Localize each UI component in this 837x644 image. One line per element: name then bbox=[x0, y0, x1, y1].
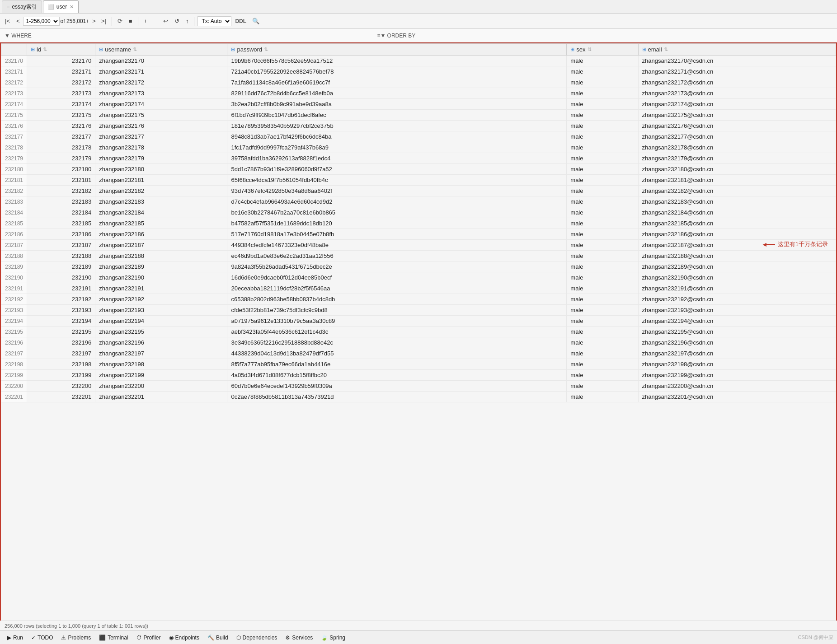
table-row[interactable]: 232174232174zhangsan2321743b2ea2b02cff8b… bbox=[1, 99, 836, 110]
table-row[interactable]: 232193232193zhangsan232193cfde53f22bb81e… bbox=[1, 305, 836, 316]
cell-sex[interactable]: male bbox=[567, 142, 638, 153]
cell-username[interactable]: zhangsan232199 bbox=[95, 370, 227, 381]
table-row[interactable]: 232173232173zhangsan232173829116dd76c72b… bbox=[1, 88, 836, 99]
undo-button[interactable]: ↩ bbox=[161, 17, 170, 25]
cell-password[interactable]: 3b2ea2b02cff8b0b9c991abe9d39aa8a bbox=[227, 99, 567, 110]
cell-sex[interactable]: male bbox=[567, 207, 638, 218]
cell-username[interactable]: zhangsan232178 bbox=[95, 142, 227, 153]
col-header-sex[interactable]: ⊞ sex ⇅ bbox=[567, 44, 638, 56]
cell-username[interactable]: zhangsan232194 bbox=[95, 316, 227, 327]
cell-username[interactable]: zhangsan232200 bbox=[95, 381, 227, 392]
cell-username[interactable]: zhangsan232184 bbox=[95, 207, 227, 218]
cell-password[interactable]: 449384cfedfcfe14673323e0df48ba8e bbox=[227, 240, 567, 251]
tab-close-icon[interactable]: ✕ bbox=[70, 4, 74, 10]
table-row[interactable]: 232196232196zhangsan2321963e349c6365f221… bbox=[1, 337, 836, 348]
cell-id[interactable]: 232187 bbox=[27, 240, 95, 251]
cell-sex[interactable]: male bbox=[567, 348, 638, 359]
cell-id[interactable]: 232179 bbox=[27, 153, 95, 164]
cell-id[interactable]: 232177 bbox=[27, 131, 95, 142]
table-row[interactable]: 232183232183zhangsan232183d7c4cbc4efab96… bbox=[1, 196, 836, 207]
ddl-button[interactable]: DDL bbox=[233, 17, 248, 25]
cell-id[interactable]: 232192 bbox=[27, 294, 95, 305]
cell-password[interactable]: cfde53f22bb81e739c75df3cfc9c9bd8 bbox=[227, 305, 567, 316]
redo-button[interactable]: ↺ bbox=[172, 17, 182, 25]
cell-username[interactable]: zhangsan232188 bbox=[95, 251, 227, 261]
cell-username[interactable]: zhangsan232190 bbox=[95, 272, 227, 283]
table-row[interactable]: 232200232200zhangsan23220060d7b0e6e64ece… bbox=[1, 381, 836, 392]
cell-email[interactable]: zhangsan232175@csdn.cn bbox=[638, 110, 836, 121]
table-row[interactable]: 232170232170zhangsan23217019b9b670cc66f5… bbox=[1, 56, 836, 66]
status-problems[interactable]: ⚠ Problems bbox=[57, 634, 94, 642]
cell-username[interactable]: zhangsan232172 bbox=[95, 77, 227, 88]
table-row[interactable]: 232190232190zhangsan23219016d6d6e0e9dcae… bbox=[1, 272, 836, 283]
status-services[interactable]: ⚙ Services bbox=[282, 634, 316, 642]
cell-email[interactable]: zhangsan232177@csdn.cn bbox=[638, 131, 836, 142]
cell-email[interactable]: zhangsan232192@csdn.cn bbox=[638, 294, 836, 305]
cell-password[interactable]: 829116dd76c72b8d4b6cc5e8148efb0a bbox=[227, 88, 567, 99]
table-row[interactable]: 232191232191zhangsan23219120eceabba18211… bbox=[1, 283, 836, 294]
col-id-sort[interactable]: ⇅ bbox=[43, 47, 47, 52]
cell-email[interactable]: zhangsan232174@csdn.cn bbox=[638, 99, 836, 110]
status-endpoints[interactable]: ◉ Endpoints bbox=[165, 634, 203, 642]
cell-username[interactable]: zhangsan232182 bbox=[95, 186, 227, 196]
col-header-password[interactable]: ⊞ password ⇅ bbox=[227, 44, 567, 56]
stop-button[interactable]: ■ bbox=[127, 17, 135, 25]
col-password-sort[interactable]: ⇅ bbox=[264, 47, 268, 52]
table-row[interactable]: 232185232185zhangsan232185b47582af57f535… bbox=[1, 218, 836, 229]
table-row[interactable]: 232178232178zhangsan2321781fc17adfd9dd99… bbox=[1, 142, 836, 153]
table-row[interactable]: 232197232197zhangsan23219744338239d04c13… bbox=[1, 348, 836, 359]
cell-email[interactable]: zhangsan232196@csdn.cn bbox=[638, 337, 836, 348]
cell-password[interactable]: 517e71760d19818a17e3b0445e07b8fb bbox=[227, 229, 567, 240]
cell-id[interactable]: 232182 bbox=[27, 186, 95, 196]
cell-password[interactable]: aebf3423fa05f44eb536c612ef1c4d3c bbox=[227, 327, 567, 337]
cell-email[interactable]: zhangsan232189@csdn.cn bbox=[638, 261, 836, 272]
cell-username[interactable]: zhangsan232171 bbox=[95, 66, 227, 77]
col-sex-sort[interactable]: ⇅ bbox=[588, 47, 592, 52]
cell-email[interactable]: zhangsan232193@csdn.cn bbox=[638, 305, 836, 316]
table-row[interactable]: 232177232177zhangsan2321778948c81d3ab7ae… bbox=[1, 131, 836, 142]
cell-email[interactable]: zhangsan232188@csdn.cn bbox=[638, 251, 836, 261]
cell-id[interactable]: 232180 bbox=[27, 164, 95, 175]
cell-username[interactable]: zhangsan232193 bbox=[95, 305, 227, 316]
cell-password[interactable]: 39758afdd1ba36292613af8828f1edc4 bbox=[227, 153, 567, 164]
status-spring[interactable]: 🍃 Spring bbox=[317, 634, 349, 642]
cell-sex[interactable]: male bbox=[567, 56, 638, 66]
up-button[interactable]: ↑ bbox=[183, 17, 191, 25]
cell-id[interactable]: 232196 bbox=[27, 337, 95, 348]
tab-user[interactable]: ⬜ user ✕ bbox=[43, 0, 79, 13]
cell-email[interactable]: zhangsan232183@csdn.cn bbox=[638, 196, 836, 207]
col-header-username[interactable]: ⊞ username ⇅ bbox=[95, 44, 227, 56]
cell-email[interactable]: zhangsan232176@csdn.cn bbox=[638, 121, 836, 131]
table-row[interactable]: 232192232192zhangsan232192c65388b2802d96… bbox=[1, 294, 836, 305]
cell-id[interactable]: 232175 bbox=[27, 110, 95, 121]
table-row[interactable]: 232181232181zhangsan23218165f68cce4dca19… bbox=[1, 175, 836, 186]
cell-password[interactable]: 721a40cb1795522092ee8824576bef78 bbox=[227, 66, 567, 77]
cell-email[interactable]: zhangsan232201@csdn.cn bbox=[638, 392, 836, 402]
cell-id[interactable]: 232186 bbox=[27, 229, 95, 240]
cell-id[interactable]: 232198 bbox=[27, 359, 95, 370]
cell-email[interactable]: zhangsan232179@csdn.cn bbox=[638, 153, 836, 164]
cell-username[interactable]: zhangsan232186 bbox=[95, 229, 227, 240]
cell-sex[interactable]: male bbox=[567, 283, 638, 294]
add-row-button[interactable]: + bbox=[141, 17, 150, 25]
cell-sex[interactable]: male bbox=[567, 218, 638, 229]
table-row[interactable]: 232182232182zhangsan23218293d74367efc429… bbox=[1, 186, 836, 196]
cell-password[interactable]: 93d74367efc4292850e34a8d6aa6402f bbox=[227, 186, 567, 196]
cell-username[interactable]: zhangsan232189 bbox=[95, 261, 227, 272]
status-terminal[interactable]: ⬛ Terminal bbox=[95, 634, 132, 642]
cell-password[interactable]: 1fc17adfd9dd9997fca279af437b68a9 bbox=[227, 142, 567, 153]
cell-sex[interactable]: male bbox=[567, 175, 638, 186]
cell-id[interactable]: 232170 bbox=[27, 56, 95, 66]
cell-id[interactable]: 232200 bbox=[27, 381, 95, 392]
cell-sex[interactable]: male bbox=[567, 370, 638, 381]
cell-password[interactable]: c65388b2802d963be58bb0837b4dc8db bbox=[227, 294, 567, 305]
cell-id[interactable]: 232185 bbox=[27, 218, 95, 229]
cell-email[interactable]: zhangsan232197@csdn.cn bbox=[638, 348, 836, 359]
cell-username[interactable]: zhangsan232181 bbox=[95, 175, 227, 186]
cell-id[interactable]: 232189 bbox=[27, 261, 95, 272]
cell-id[interactable]: 232183 bbox=[27, 196, 95, 207]
cell-username[interactable]: zhangsan232185 bbox=[95, 218, 227, 229]
cell-password[interactable]: 6f1bd7c9ff939bc1047db61decf6afec bbox=[227, 110, 567, 121]
cell-password[interactable]: 181e789539583540b59297cbf2ce375b bbox=[227, 121, 567, 131]
cell-email[interactable]: zhangsan232198@csdn.cn bbox=[638, 359, 836, 370]
